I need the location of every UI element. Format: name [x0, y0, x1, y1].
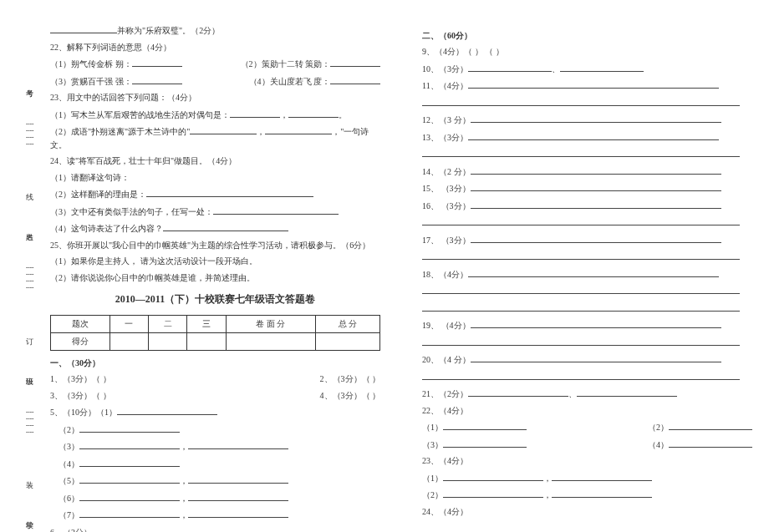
q22: 22、解释下列词语的意思（4分） [50, 41, 380, 54]
ans-q22: 22、（4分） [422, 404, 752, 418]
ans-q23-2: （2）， [422, 488, 752, 502]
q23-1: （1）写木兰从军后艰苦的战地生活的对偶句是：，。 [50, 108, 380, 122]
ans-q10: 10、（3分）、 [422, 62, 752, 76]
score-table: 题次 一 二 三 卷 面 分 总 分 得分 [50, 315, 380, 351]
ans-q22-34: （3） （4） [422, 438, 752, 452]
binding-column: 考号 ┊┊┊┊ 线 姓名 ┊┊┊┊ 订 班级 ┊┊┊┊ 装 学校 [17, 84, 42, 515]
left-column: 并称为"乐府双璧"。（2分） 22、解释下列词语的意思（4分） （1）朔气传金柝… [50, 23, 380, 515]
binding-divider: ┊┊┊┊ [26, 410, 33, 437]
binding-mark-line: 线 [24, 187, 35, 189]
q22-sub1: （1）朔气传金柝 朔： （2）策勋十二转 策勋： [50, 57, 380, 71]
ans-q20: 20、（4 分） [422, 352, 752, 367]
score-row-label: 得分 [51, 333, 110, 351]
ans-q5-6: （6）， [50, 491, 380, 505]
ans-q21: 21、（2分）、 [422, 387, 752, 401]
ans-q16: 16、 （3分） [422, 199, 752, 213]
ans-q11b [422, 96, 752, 110]
section2-head: 二、（60分） [422, 30, 752, 42]
ans-q11: 11、（4分） [422, 79, 752, 93]
ans-q6: 6、（2分）， [50, 525, 380, 533]
main-content: 并称为"乐府双璧"。（2分） 22、解释下列词语的意思（4分） （1）朔气传金柝… [50, 23, 752, 515]
ans-q20b [422, 370, 752, 384]
ans-q5-5: （5）， [50, 474, 380, 488]
ans-row-1-2: 1、（3分）（ ）2、（3分）（ ） [50, 372, 380, 386]
ans-q5-1: 5、（10分）（1） [50, 405, 380, 419]
right-column: 二、（60分） 9、（4分）（ ） （ ） 10、（3分）、 11、（4分） 1… [422, 23, 752, 515]
ans-q5-2: （2） [50, 423, 380, 437]
q24-2: （2）这样翻译的理由是： [50, 187, 380, 201]
q22-sub2: （3）赏赐百千强 强： （4）关山度若飞 度： [50, 74, 380, 89]
q24-1: （1）请翻译这句诗： [50, 171, 380, 185]
ans-q22-12: （1） （2） [422, 420, 752, 434]
ans-q5-3: （3）， [50, 439, 380, 453]
q25-2: （2）请你说说你心目中的巾帼英雄是谁，并简述理由。 [50, 271, 380, 285]
ans-q14: 14、（2 分） [422, 165, 752, 179]
ans-q19b [422, 336, 752, 350]
ans-q19: 19、 （4分） [422, 318, 752, 332]
ans-q17b [422, 250, 752, 264]
ans-row-3-4: 3、（3分）（ ）4、（3分）（ ） [50, 389, 380, 403]
q25-1: （1）如果你是主持人， 请为这次活动设计一段开场白。 [50, 255, 380, 268]
binding-divider: ┊┊┊┊ [26, 122, 33, 149]
binding-mark-bind: 装 [24, 475, 35, 477]
q25: 25、你班开展以"我心目中的巾帼英雄"为主题的综合性学习活动，请积极参与。（6分… [50, 239, 380, 252]
ans-q18c [422, 301, 752, 316]
q24-4: （4）这句诗表达了什么内容？ [50, 221, 380, 236]
q23-2: （2）成语"扑朔迷离"源于木兰诗中的"，，"一句诗文。 [50, 124, 380, 151]
q23: 23、用文中的话回答下列问题：（4分） [50, 91, 380, 104]
ans-q17: 17、 （3分） [422, 233, 752, 247]
ans-q13: 13、（3分） [422, 130, 752, 144]
score-header: 题次 [51, 316, 110, 333]
ans-q13b [422, 147, 752, 161]
ans-q5-4: （4） [50, 457, 380, 471]
ans-q24: 24、（4分） [422, 505, 752, 519]
ans-q23: 23、（4分） [422, 454, 752, 468]
binding-mark-order: 订 [24, 332, 35, 333]
ans-q12: 12、（3 分） [422, 113, 752, 127]
binding-divider: ┊┊┊┊ [26, 266, 33, 292]
q21-tail: 并称为"乐府双璧"。（2分） [50, 23, 380, 38]
ans-q15: 15、 （3分） [422, 181, 752, 195]
ans-q18: 18、（4分） [422, 267, 752, 281]
q24: 24、读"将军百战死，壮士十年归"做题目。（4分） [50, 155, 380, 168]
ans-q23-1: （1）， [422, 471, 752, 485]
answer-sheet-title: 2010—2011（下）十校联赛七年级语文答题卷 [50, 292, 380, 307]
ans-q5-7: （7）， [50, 508, 380, 522]
ans-q9: 9、（4分）（ ） （ ） [422, 45, 752, 58]
ans-q18b [422, 284, 752, 298]
q24-3: （3）文中还有类似手法的句子，任写一处： [50, 205, 380, 219]
ans-q16b [422, 215, 752, 230]
section1-head: 一、（30分） [50, 357, 380, 369]
